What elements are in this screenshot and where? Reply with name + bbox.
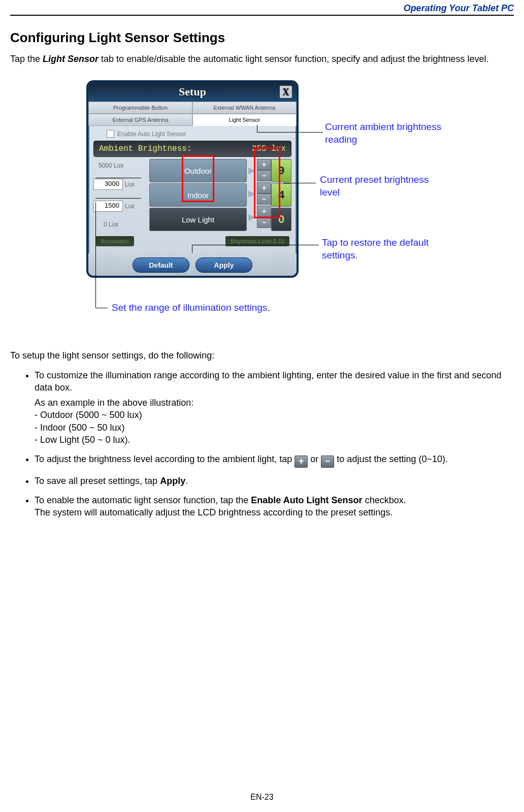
tab-row-1: Programmable Button External WWAN Antenn… (88, 102, 297, 114)
step-save-apply: To save all preset settings, tap Apply. (35, 475, 514, 487)
leader-line (95, 198, 141, 199)
tab-light-sensor[interactable]: Light Sensor (192, 114, 297, 126)
lux-unit-1: Lux (125, 181, 135, 188)
page-number: EN-23 (0, 793, 524, 802)
enable-auto-checkbox[interactable] (107, 130, 114, 138)
callout-preset: Current preset brightness level (320, 174, 432, 199)
default-button[interactable]: Default (133, 257, 189, 273)
tab-external-gps[interactable]: External GPS Antenna (88, 114, 192, 126)
step-adjust-brightness: To adjust the brightness level according… (35, 453, 514, 467)
leader-line (283, 183, 316, 183)
leader-line (95, 178, 141, 178)
callout-range: Set the range of illumination settings. (112, 302, 325, 314)
steps-list: To customize the illumination range acco… (10, 369, 514, 519)
step-enable-auto: To enable the automatic light sensor fun… (35, 494, 514, 519)
leader-line (257, 125, 257, 132)
leader-line (95, 308, 108, 308)
footer-illumination-label: Illumination (95, 236, 134, 246)
close-icon[interactable]: X (279, 85, 292, 99)
setup-title: Setup (179, 85, 206, 99)
enable-auto-checkbox-row: Enable Auto Light Sensor (107, 130, 291, 138)
tab-programmable-button[interactable]: Programmable Button (88, 102, 192, 114)
lux-input-1[interactable]: 3000 (93, 179, 123, 190)
tab-external-wwan[interactable]: External WWAN Antenna (192, 102, 297, 114)
minus-icon[interactable]: − (257, 217, 271, 228)
lux-input-2[interactable]: 1500 (93, 201, 123, 212)
intro-paragraph: Tap the Light Sensor tab to enable/disab… (10, 53, 514, 65)
lux-column: 5000 Lux 3000 Lux 1500 Lux 0 Lux (93, 159, 149, 231)
figure-area: Setup X Programmable Button External WWA… (10, 80, 514, 324)
callout-default: Tap to restore the default settings. (322, 237, 434, 262)
plus-icon: + (294, 456, 308, 468)
body-intro: To setup the light sensor settings, do t… (10, 349, 514, 362)
buttons-row: Default Apply (88, 253, 297, 276)
leader-line (257, 132, 323, 133)
tab-name: Light Sensor (43, 54, 99, 64)
lux-top-label: 5000 Lux (93, 160, 149, 171)
section-title: Configuring Light Sensor Settings (10, 30, 514, 46)
panel-footer: Illumination Brightness Level 0-10 (93, 234, 291, 248)
apply-button[interactable]: Apply (195, 257, 252, 273)
leader-line (192, 245, 192, 253)
ambient-label: Ambient Brightness: (99, 144, 191, 153)
setup-titlebar: Setup X (88, 82, 297, 102)
tab-row-2: External GPS Antenna Light Sensor (88, 114, 297, 126)
red-highlight-values (254, 147, 280, 218)
red-highlight-lux (182, 155, 214, 202)
running-header: Operating Your Tablet PC (10, 0, 514, 16)
step-illumination-range: To customize the illumination range acco… (35, 369, 514, 446)
enable-auto-label: Enable Auto Light Sensor (117, 131, 186, 138)
minus-icon: − (321, 456, 334, 468)
lux-bottom-label: 0 Lux (93, 219, 149, 230)
callout-ambient: Current ambient brightness reading (325, 121, 447, 146)
lux-unit-2: Lux (125, 203, 135, 210)
leader-line (192, 245, 319, 245)
mode-lowlight-button[interactable]: Low Light (149, 208, 247, 231)
leader-line (95, 202, 96, 308)
